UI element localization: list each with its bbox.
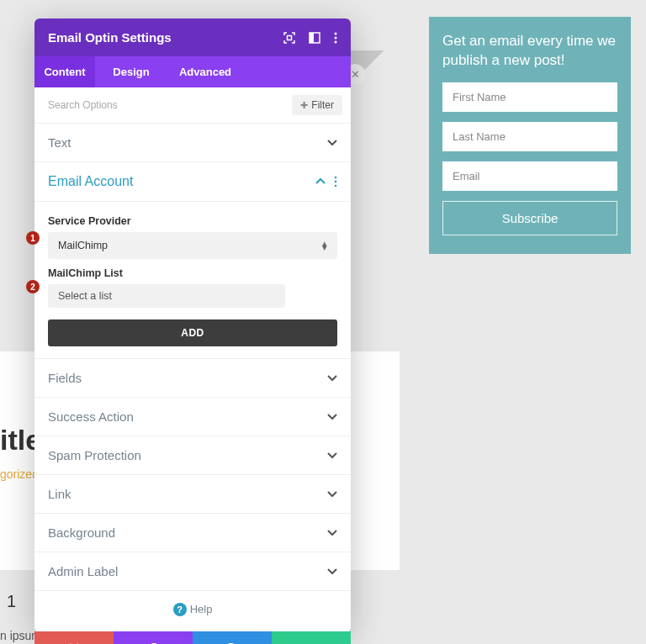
undo-button[interactable] — [114, 631, 193, 644]
save-button[interactable] — [272, 631, 351, 644]
modal-tabs: Content Design Advanced — [34, 56, 351, 87]
mailchimp-list-label: MailChimp List — [48, 267, 337, 279]
chevron-down-icon — [327, 568, 337, 575]
article-category-fragment: gorized — [0, 467, 39, 481]
mailchimp-list-value: Select a list — [58, 290, 112, 302]
article-number: 1 — [7, 592, 16, 611]
section-label: Success Action — [48, 409, 134, 424]
service-provider-label: Service Provider — [48, 215, 337, 227]
section-admin-label[interactable]: Admin Label — [34, 552, 351, 591]
modal-title: Email Optin Settings — [48, 30, 172, 45]
modal-footer — [34, 631, 351, 644]
section-fields[interactable]: Fields — [34, 359, 351, 398]
chevron-down-icon — [327, 140, 337, 146]
expand-icon[interactable] — [283, 32, 295, 44]
svg-rect-2 — [310, 33, 314, 43]
sort-icon: ▴▾ — [322, 241, 327, 250]
first-name-input[interactable] — [442, 82, 617, 112]
section-email-account[interactable]: Email Account — [34, 162, 351, 202]
section-label: Link — [48, 487, 71, 501]
section-link[interactable]: Link — [34, 475, 351, 514]
mailchimp-list-select[interactable]: Select a list — [48, 284, 285, 308]
chevron-up-icon — [315, 178, 326, 185]
optin-form-preview: Get an email every time we publish a new… — [429, 17, 631, 254]
snap-icon[interactable] — [309, 32, 320, 44]
svg-point-8 — [335, 185, 337, 187]
email-account-body: Service Provider MailChimp ▴▾ 1 MailChim… — [34, 202, 351, 359]
svg-point-6 — [335, 177, 337, 179]
cancel-button[interactable] — [34, 631, 114, 644]
kebab-icon[interactable] — [334, 32, 337, 44]
section-success-action[interactable]: Success Action — [34, 398, 351, 436]
svg-point-7 — [335, 181, 337, 183]
tab-content[interactable]: Content — [34, 56, 95, 87]
subscribe-button[interactable]: Subscribe — [442, 201, 617, 235]
callout-marker-1: 1 — [26, 231, 40, 245]
help-link[interactable]: ?Help — [34, 591, 351, 631]
callout-marker-2: 2 — [26, 280, 40, 293]
section-label: Admin Label — [48, 564, 118, 578]
section-label: Email Account — [48, 174, 133, 189]
svg-rect-0 — [288, 35, 292, 40]
tab-design[interactable]: Design — [95, 56, 167, 87]
plus-icon: ✚ — [300, 100, 308, 111]
help-icon: ? — [173, 603, 187, 616]
search-input[interactable]: Search Options — [43, 99, 118, 111]
service-provider-value: MailChimp — [58, 240, 108, 251]
add-button[interactable]: ADD — [48, 319, 337, 346]
section-label: Background — [48, 525, 115, 540]
chevron-down-icon — [327, 530, 337, 536]
help-label: Help — [190, 603, 213, 615]
section-spam-protection[interactable]: Spam Protection — [34, 436, 351, 475]
filter-button[interactable]: ✚ Filter — [292, 95, 342, 115]
section-background[interactable]: Background — [34, 514, 351, 552]
service-provider-select[interactable]: MailChimp ▴▾ — [48, 232, 337, 259]
section-label: Spam Protection — [48, 448, 141, 462]
chevron-down-icon — [327, 414, 337, 420]
kebab-icon[interactable] — [334, 176, 337, 187]
chevron-down-icon — [327, 491, 337, 498]
settings-modal: Email Optin Settings Content Design Adva… — [34, 18, 351, 632]
svg-point-4 — [335, 36, 337, 39]
section-label: Fields — [48, 371, 82, 385]
email-input[interactable] — [442, 161, 617, 191]
filter-label: Filter — [311, 99, 334, 111]
section-text[interactable]: Text — [34, 124, 351, 162]
svg-point-3 — [335, 32, 337, 34]
redo-button[interactable] — [193, 631, 272, 644]
modal-header: Email Optin Settings — [34, 18, 351, 56]
optin-heading: Get an email every time we publish a new… — [442, 32, 617, 71]
search-row: Search Options ✚ Filter — [34, 87, 351, 124]
last-name-input[interactable] — [442, 122, 617, 151]
tab-advanced[interactable]: Advanced — [167, 56, 243, 87]
section-label: Text — [48, 135, 71, 150]
chevron-down-icon — [327, 452, 337, 459]
svg-point-5 — [335, 40, 337, 43]
chevron-down-icon — [327, 375, 337, 382]
